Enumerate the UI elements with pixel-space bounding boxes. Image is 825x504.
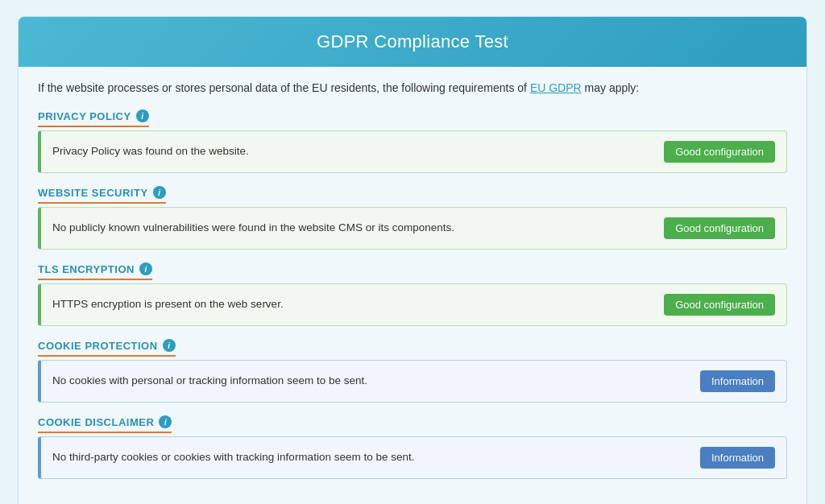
section-title-cookie-disclaimer: COOKIE DISCLAIMER bbox=[38, 416, 154, 428]
info-icon-website-security[interactable]: i bbox=[153, 186, 166, 199]
result-text-tls-encryption: HTTPS encryption is present on the web s… bbox=[52, 297, 651, 312]
result-row-cookie-disclaimer: No third-party cookies or cookies with t… bbox=[38, 436, 787, 479]
section-header-cookie-protection: COOKIE PROTECTIONi bbox=[38, 339, 176, 357]
eu-gdpr-link[interactable]: EU GDPR bbox=[530, 81, 582, 94]
section-header-tls-encryption: TLS ENCRYPTIONi bbox=[38, 262, 152, 280]
section-tls-encryption: TLS ENCRYPTIONiHTTPS encryption is prese… bbox=[38, 262, 787, 326]
section-title-tls-encryption: TLS ENCRYPTION bbox=[38, 263, 135, 275]
result-text-cookie-protection: No cookies with personal or tracking inf… bbox=[52, 374, 687, 389]
section-privacy-policy: PRIVACY POLICYiPrivacy Policy was found … bbox=[38, 109, 787, 173]
main-container: GDPR Compliance Test If the website proc… bbox=[18, 16, 807, 504]
section-header-cookie-disclaimer: COOKIE DISCLAIMERi bbox=[38, 415, 172, 433]
section-header-privacy-policy: PRIVACY POLICYi bbox=[38, 109, 149, 127]
badge-cookie-disclaimer[interactable]: Information bbox=[700, 447, 775, 469]
badge-cookie-protection[interactable]: Information bbox=[700, 370, 775, 392]
result-row-cookie-protection: No cookies with personal or tracking inf… bbox=[38, 360, 787, 403]
result-text-cookie-disclaimer: No third-party cookies or cookies with t… bbox=[52, 450, 687, 465]
badge-tls-encryption[interactable]: Good configuration bbox=[664, 294, 775, 316]
page-title: GDPR Compliance Test bbox=[38, 31, 787, 52]
badge-website-security[interactable]: Good configuration bbox=[664, 217, 775, 239]
section-cookie-disclaimer: COOKIE DISCLAIMERiNo third-party cookies… bbox=[38, 415, 787, 479]
sections-container: PRIVACY POLICYiPrivacy Policy was found … bbox=[19, 103, 806, 504]
intro-text: If the website processes or stores perso… bbox=[19, 67, 806, 103]
result-row-privacy-policy: Privacy Policy was found on the website.… bbox=[38, 130, 787, 173]
section-title-cookie-protection: COOKIE PROTECTION bbox=[38, 340, 158, 352]
intro-text-before: If the website processes or stores perso… bbox=[38, 81, 530, 94]
page-header: GDPR Compliance Test bbox=[19, 17, 806, 67]
section-title-website-security: WEBSITE SECURITY bbox=[38, 187, 148, 199]
section-cookie-protection: COOKIE PROTECTIONiNo cookies with person… bbox=[38, 339, 787, 403]
info-icon-cookie-protection[interactable]: i bbox=[163, 339, 176, 352]
info-icon-cookie-disclaimer[interactable]: i bbox=[159, 415, 172, 428]
info-icon-tls-encryption[interactable]: i bbox=[139, 262, 152, 275]
info-icon-privacy-policy[interactable]: i bbox=[136, 109, 149, 122]
result-text-website-security: No publicly known vulnerabilities were f… bbox=[52, 221, 651, 236]
result-text-privacy-policy: Privacy Policy was found on the website. bbox=[52, 144, 651, 159]
intro-text-after: may apply: bbox=[582, 81, 640, 94]
section-header-website-security: WEBSITE SECURITYi bbox=[38, 186, 166, 204]
result-row-tls-encryption: HTTPS encryption is present on the web s… bbox=[38, 283, 787, 326]
section-website-security: WEBSITE SECURITYiNo publicly known vulne… bbox=[38, 186, 787, 250]
badge-privacy-policy[interactable]: Good configuration bbox=[664, 141, 775, 163]
section-title-privacy-policy: PRIVACY POLICY bbox=[38, 110, 131, 122]
result-row-website-security: No publicly known vulnerabilities were f… bbox=[38, 207, 787, 250]
